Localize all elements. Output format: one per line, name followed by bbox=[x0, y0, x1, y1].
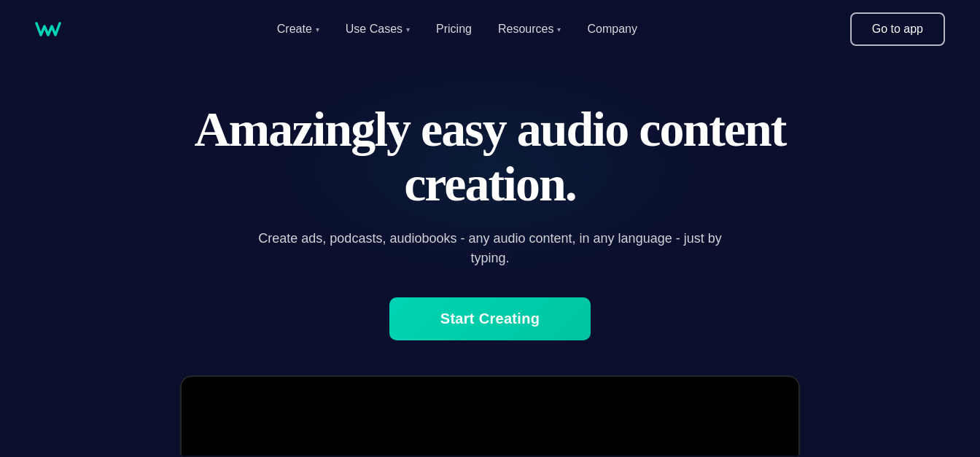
chevron-down-icon: ▾ bbox=[406, 26, 410, 34]
logo-icon bbox=[35, 19, 61, 39]
nav-item-company[interactable]: Company bbox=[587, 23, 637, 36]
start-creating-button[interactable]: Start Creating bbox=[389, 297, 591, 340]
nav-item-pricing[interactable]: Pricing bbox=[436, 23, 472, 36]
hero-subtitle: Create ads, podcasts, audiobooks - any a… bbox=[242, 229, 738, 268]
chevron-down-icon: ▾ bbox=[557, 26, 561, 34]
app-preview-container bbox=[0, 375, 980, 456]
app-preview-window bbox=[180, 375, 800, 456]
logo[interactable] bbox=[35, 19, 64, 39]
hero-title: Amazingly easy audio content creation. bbox=[191, 102, 789, 211]
go-to-app-button[interactable]: Go to app bbox=[850, 12, 945, 46]
hero-section: Amazingly easy audio content creation. C… bbox=[0, 58, 980, 340]
nav-item-use-cases[interactable]: Use Cases ▾ bbox=[346, 23, 410, 36]
chevron-down-icon: ▾ bbox=[316, 26, 319, 34]
nav-item-resources[interactable]: Resources ▾ bbox=[498, 23, 561, 36]
nav-item-create[interactable]: Create ▾ bbox=[277, 23, 319, 36]
nav-links: Create ▾ Use Cases ▾ Pricing Resources ▾… bbox=[277, 23, 637, 36]
main-nav: Create ▾ Use Cases ▾ Pricing Resources ▾… bbox=[0, 0, 980, 58]
